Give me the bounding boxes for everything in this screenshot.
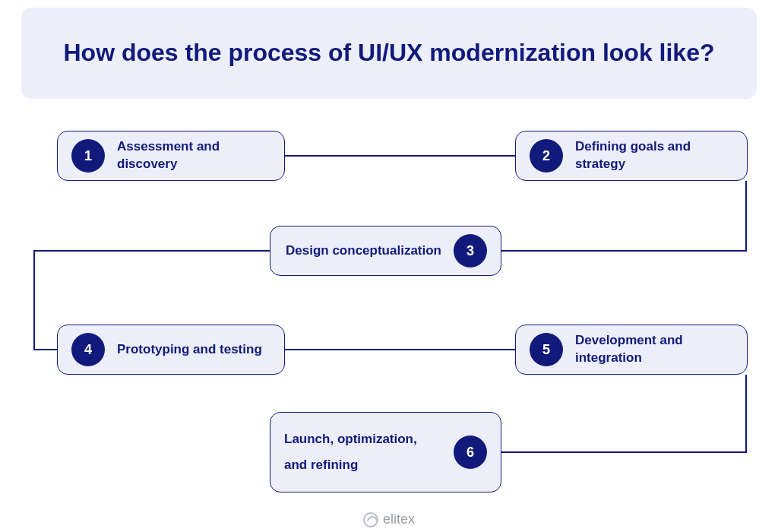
step-1-number: 1: [71, 139, 105, 173]
step-6-number: 6: [454, 435, 487, 469]
step-1-label: Assessment and discovery: [117, 138, 270, 173]
step-2: 2 Defining goals and strategy: [515, 131, 748, 181]
step-4-number: 4: [71, 333, 105, 366]
step-4-label: Prototyping and testing: [117, 341, 262, 359]
brand-footer: elitex: [363, 511, 415, 527]
step-5-label: Development and integration: [575, 332, 733, 367]
brand-name: elitex: [383, 511, 415, 527]
step-2-number: 2: [530, 139, 563, 173]
step-5-number: 5: [530, 333, 563, 366]
step-3-number: 3: [454, 234, 487, 268]
step-2-label: Defining goals and strategy: [575, 138, 733, 173]
step-4: 4 Prototyping and testing: [57, 325, 285, 375]
step-6-label: Launch, optimization, and refining: [284, 426, 441, 478]
step-3: 3 Design conceptualization: [270, 226, 501, 276]
title-banner: How does the process of UI/UX modernizat…: [21, 8, 757, 99]
step-3-label: Design conceptualization: [286, 242, 441, 260]
brand-logo-icon: [363, 512, 378, 527]
page-title: How does the process of UI/UX modernizat…: [63, 37, 714, 69]
step-5: 5 Development and integration: [515, 325, 748, 375]
step-1: 1 Assessment and discovery: [57, 131, 285, 181]
step-6: 6 Launch, optimization, and refining: [270, 412, 501, 492]
